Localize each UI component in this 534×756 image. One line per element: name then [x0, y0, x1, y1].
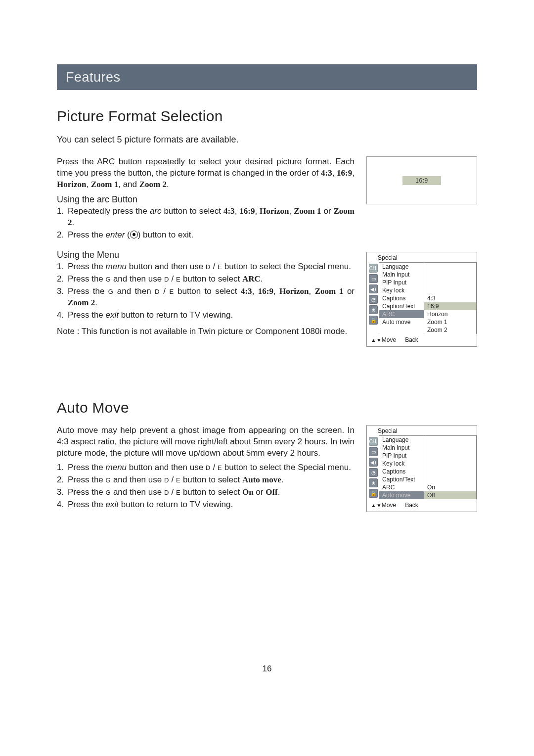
section1-paragraph: Press the ARC button repeatedly to selec…: [57, 156, 355, 190]
osd-left-item: ARC: [379, 310, 424, 318]
section-title-auto-move: Auto Move: [57, 399, 477, 416]
osd-left-item: Key lock: [379, 460, 424, 468]
osd-left-item: Auto move: [379, 491, 424, 499]
input-icon: ▭: [369, 447, 378, 456]
osd-right-item: Zoom 1: [424, 318, 476, 326]
preview-label: 16:9: [402, 176, 441, 185]
arc-step-1: Repeatedly press the arc button to selec…: [57, 206, 355, 229]
header-title: Features: [66, 70, 121, 85]
osd-right-item: [424, 286, 476, 294]
osd-right-item: [424, 263, 476, 271]
section-title-picture-format: Picture Format Selection: [57, 108, 477, 125]
osd-left-item: Captions: [379, 294, 424, 302]
enter-icon: [130, 231, 138, 238]
audio-icon: ◀): [369, 284, 378, 293]
osd-left-item: Language: [379, 436, 424, 444]
osd-left-item: Caption/Text: [379, 475, 424, 483]
automove-steps: Press the menu button and then use D / E…: [57, 462, 355, 511]
osd-right-item: On: [424, 483, 476, 491]
osd-right-item: 4:3: [424, 294, 476, 302]
osd-footer: ▲▼Move Back: [367, 334, 477, 346]
section2-intro: Auto move may help prevent a ghost image…: [57, 425, 355, 459]
updown-icon: ▲▼: [371, 503, 382, 508]
osd-title: Special: [367, 252, 477, 262]
input-icon: ▭: [369, 274, 378, 283]
osd-right-item: [424, 452, 476, 460]
updown-icon: ▲▼: [371, 337, 382, 343]
osd-icon-column: CH. ▭ ◀) ◔ ★ 🔒: [367, 262, 379, 334]
automove-step-2: Press the G and then use D / E button to…: [57, 474, 355, 486]
osd-right-item: [424, 271, 476, 279]
automove-step-4: Press the exit button to return to TV vi…: [57, 499, 355, 511]
osd-menu-arc: Special CH. ▭ ◀) ◔ ★ 🔒 LanguageMain inpu…: [366, 252, 477, 347]
preview-box-16-9: 16:9: [366, 156, 477, 204]
menu-step-2: Press the G and then use D / E button to…: [57, 274, 355, 285]
page-number: 16: [57, 664, 477, 674]
star-icon: ★: [369, 478, 378, 487]
osd-right-item: [424, 475, 476, 483]
osd-left-item: PIP Input: [379, 452, 424, 460]
osd-left-item: Auto move: [379, 318, 424, 326]
osd-left-item: Main input: [379, 444, 424, 452]
osd-left-item: Language: [379, 263, 424, 271]
arc-steps: Repeatedly press the arc button to selec…: [57, 206, 355, 241]
channel-icon: CH.: [369, 437, 378, 446]
osd-title: Special: [367, 425, 477, 435]
automove-step-1: Press the menu button and then use D / E…: [57, 462, 355, 473]
osd-left-item: PIP Input: [379, 279, 424, 286]
menu-steps-1: Press the menu button and then use D / E…: [57, 261, 355, 321]
osd-right-item: 16:9: [424, 302, 476, 310]
osd-left-item: Captions: [379, 468, 424, 475]
menu-step-3: Press the G and then D / E button to sel…: [57, 286, 355, 309]
section1-note: Note : This function is not available in…: [57, 326, 355, 337]
osd-right-item: Off: [424, 491, 476, 499]
osd-right-item: [424, 279, 476, 286]
osd-right-item: [424, 436, 476, 444]
header-bar: Features: [57, 64, 477, 90]
osd-right-item: Zoom 2: [424, 326, 476, 334]
star-icon: ★: [369, 305, 378, 314]
osd-right-item: [424, 444, 476, 452]
section1-intro: You can select 5 picture formats are ava…: [57, 134, 477, 145]
arc-step-2: Press the enter () button to exit.: [57, 230, 355, 241]
audio-icon: ◀): [369, 458, 378, 467]
subhead-using-menu: Using the Menu: [57, 250, 355, 260]
lock-icon: 🔒: [369, 316, 378, 325]
menu-step-4: Press the exit button to return to TV vi…: [57, 310, 355, 321]
osd-left-item: Main input: [379, 271, 424, 279]
clock-icon: ◔: [369, 468, 378, 477]
osd-menu-automove: Special CH. ▭ ◀) ◔ ★ 🔒 LanguageMain inpu…: [366, 425, 477, 512]
clock-icon: ◔: [369, 295, 378, 304]
osd-left-item: Key lock: [379, 286, 424, 294]
menu-step-1: Press the menu button and then use D / E…: [57, 261, 355, 273]
osd-right-item: [424, 460, 476, 468]
channel-icon: CH.: [369, 264, 378, 273]
osd-footer: ▲▼Move Back: [367, 499, 477, 512]
subhead-arc-button: Using the arc Button: [57, 194, 355, 205]
lock-icon: 🔒: [369, 489, 378, 498]
automove-step-3: Press the G and then use D / E button to…: [57, 487, 355, 498]
osd-right-item: Horizon: [424, 310, 476, 318]
osd-right-item: [424, 468, 476, 475]
osd-icon-column: CH. ▭ ◀) ◔ ★ 🔒: [367, 435, 379, 499]
osd-left-item: Caption/Text: [379, 302, 424, 310]
osd-left-item: ARC: [379, 483, 424, 491]
